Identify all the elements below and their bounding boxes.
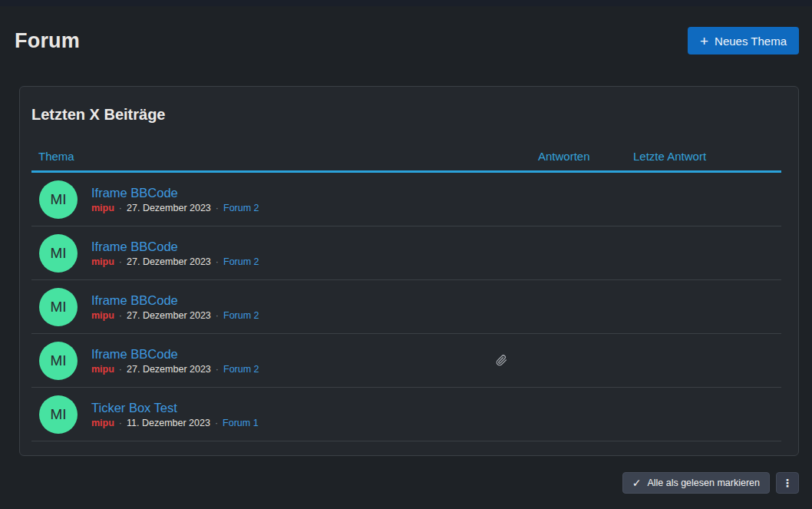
avatar-initials: MI <box>50 352 66 369</box>
topic-meta: mipu · 27. Dezember 2023 · Forum 2 <box>91 310 259 322</box>
meta-separator: · <box>119 418 122 429</box>
topic-date: 27. Dezember 2023 <box>127 310 211 322</box>
topic-cell: MI Iframe BBCode mipu · 27. Dezember 202… <box>31 234 538 273</box>
meta-separator: · <box>119 256 122 268</box>
meta-separator: · <box>119 364 122 375</box>
meta-separator: · <box>216 364 219 375</box>
paperclip-icon <box>496 355 507 366</box>
topic-cell: MI Ticker Box Test mipu · 11. Dezember 2… <box>31 395 538 434</box>
avatar[interactable]: MI <box>39 180 78 219</box>
more-options-button[interactable]: ⋮ <box>776 472 799 494</box>
avatar-initials: MI <box>50 245 66 262</box>
meta-separator: · <box>215 418 218 429</box>
topic-meta: mipu · 27. Dezember 2023 · Forum 2 <box>91 203 259 214</box>
topic-author-link[interactable]: mipu <box>91 256 114 268</box>
topic-info: Ticker Box Test mipu · 11. Dezember 2023… <box>91 400 259 429</box>
page-footer: ✓ Alle als gelesen markieren ⋮ <box>0 472 799 494</box>
topic-forum-link[interactable]: Forum 2 <box>223 203 259 214</box>
card-title: Letzten X Beiträge <box>31 104 781 125</box>
table-header-row: Thema Antworten Letzte Antwort <box>31 149 781 173</box>
table-row: MI Iframe BBCode mipu · 27. Dezember 202… <box>31 226 781 280</box>
topic-title-link[interactable]: Ticker Box Test <box>91 400 259 415</box>
latest-posts-card: Letzten X Beiträge Thema Antworten Letzt… <box>19 86 799 456</box>
topic-date: 27. Dezember 2023 <box>127 203 211 214</box>
meta-separator: · <box>216 203 219 214</box>
page-title: Forum <box>15 29 80 53</box>
topic-info: Iframe BBCode mipu · 27. Dezember 2023 ·… <box>91 293 259 322</box>
page-header: Forum + Neues Thema <box>0 6 812 55</box>
mark-all-read-button[interactable]: ✓ Alle als gelesen markieren <box>622 472 770 494</box>
meta-separator: · <box>216 310 219 322</box>
topic-info: Iframe BBCode mipu · 27. Dezember 2023 ·… <box>91 346 259 375</box>
avatar[interactable]: MI <box>39 395 78 434</box>
topic-date: 11. Dezember 2023 <box>127 418 210 429</box>
topic-meta: mipu · 27. Dezember 2023 · Forum 2 <box>91 364 259 375</box>
column-header-antworten[interactable]: Antworten <box>538 149 633 164</box>
table-row: MI Ticker Box Test mipu · 11. Dezember 2… <box>31 388 781 441</box>
topic-date: 27. Dezember 2023 <box>127 256 211 268</box>
avatar-initials: MI <box>50 299 66 316</box>
vertical-ellipsis-icon: ⋮ <box>782 477 793 489</box>
topic-forum-link[interactable]: Forum 2 <box>223 364 259 375</box>
topic-forum-link[interactable]: Forum 1 <box>223 418 259 429</box>
topic-author-link[interactable]: mipu <box>91 203 114 214</box>
column-header-letzte-antwort[interactable]: Letzte Antwort <box>633 149 781 164</box>
avatar-initials: MI <box>50 406 66 423</box>
topic-cell: MI Iframe BBCode mipu · 27. Dezember 202… <box>31 180 538 219</box>
avatar[interactable]: MI <box>39 288 78 326</box>
avatar[interactable]: MI <box>39 234 78 273</box>
column-header-thema[interactable]: Thema <box>31 149 538 164</box>
topic-info: Iframe BBCode mipu · 27. Dezember 2023 ·… <box>91 239 259 268</box>
topic-forum-link[interactable]: Forum 2 <box>223 310 259 322</box>
topic-cell: MI Iframe BBCode mipu · 27. Dezember 202… <box>31 288 538 326</box>
topic-author-link[interactable]: mipu <box>91 418 114 429</box>
mark-all-read-label: Alle als gelesen markieren <box>647 478 760 488</box>
topic-meta: mipu · 27. Dezember 2023 · Forum 2 <box>91 256 259 268</box>
topic-title-link[interactable]: Iframe BBCode <box>91 239 259 254</box>
new-topic-button[interactable]: + Neues Thema <box>688 27 799 55</box>
table-row: MI Iframe BBCode mipu · 27. Dezember 202… <box>31 173 781 226</box>
topic-meta: mipu · 11. Dezember 2023 · Forum 1 <box>91 418 259 429</box>
new-topic-button-label: Neues Thema <box>715 35 787 48</box>
topic-title-link[interactable]: Iframe BBCode <box>91 346 259 362</box>
checkmark-icon: ✓ <box>632 478 642 488</box>
topic-info: Iframe BBCode mipu · 27. Dezember 2023 ·… <box>91 185 259 214</box>
table-row: MI Iframe BBCode mipu · 27. Dezember 202… <box>31 280 781 334</box>
topic-author-link[interactable]: mipu <box>91 364 114 375</box>
avatar[interactable]: MI <box>39 342 78 380</box>
plus-icon: + <box>700 34 708 48</box>
meta-separator: · <box>216 256 219 268</box>
topic-title-link[interactable]: Iframe BBCode <box>91 293 259 308</box>
topic-cell: MI Iframe BBCode mipu · 27. Dezember 202… <box>31 342 538 380</box>
meta-separator: · <box>119 310 122 322</box>
meta-separator: · <box>119 203 122 214</box>
topic-author-link[interactable]: mipu <box>91 310 114 322</box>
table-row: MI Iframe BBCode mipu · 27. Dezember 202… <box>31 334 781 388</box>
topic-date: 27. Dezember 2023 <box>127 364 211 375</box>
top-strip <box>0 0 812 6</box>
topic-forum-link[interactable]: Forum 2 <box>223 256 259 268</box>
avatar-initials: MI <box>50 191 66 208</box>
topic-title-link[interactable]: Iframe BBCode <box>91 185 259 200</box>
